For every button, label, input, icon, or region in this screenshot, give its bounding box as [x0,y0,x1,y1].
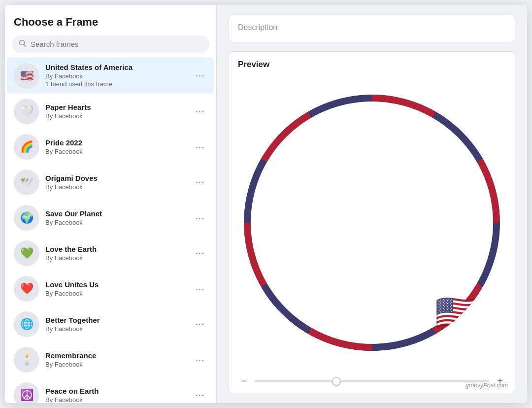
frame-thumb-paper-hearts: 🤍 [14,99,39,124]
frame-info-paper-hearts: Paper HeartsBy Facebook [45,102,193,120]
slider-thumb[interactable] [332,377,341,386]
frame-info-usa: United States of AmericaBy Facebook1 fri… [45,63,193,89]
preview-label: Preview [238,60,506,69]
frame-item-paper-hearts[interactable]: 🤍Paper HeartsBy Facebook··· [7,94,214,129]
frame-name-love-the-earth: Love the Earth [45,244,193,254]
frame-author-love-unites-us: By Facebook [45,290,193,298]
frame-thumb-remembrance: 🕯️ [14,347,39,373]
frame-thumb-love-the-earth: 💚 [14,240,39,266]
frame-info-remembrance: RemembranceBy Facebook [45,351,193,369]
frame-more-button-usa[interactable]: ··· [193,68,207,83]
frame-thumb-peace-on-earth: ☮️ [14,382,39,403]
right-panel: Description Preview [217,5,527,403]
frame-thumb-usa: 🇺🇸 [14,63,39,89]
slider-fill [255,380,337,382]
flag-emoji: 🇺🇸 [435,295,479,330]
frame-more-button-pride-2022[interactable]: ··· [193,140,207,154]
frame-name-remembrance: Remembrance [45,351,193,361]
frame-author-peace-on-earth: By Facebook [45,396,193,403]
left-panel: Choose a Frame 🇺🇸United States of Americ… [5,5,217,403]
search-bar[interactable] [12,35,209,53]
frame-author-usa: By Facebook [45,72,193,81]
frame-item-usa[interactable]: 🇺🇸United States of AmericaBy Facebook1 f… [7,58,214,94]
search-input[interactable] [31,40,202,48]
frame-name-paper-hearts: Paper Hearts [45,102,193,112]
frame-thumb-love-unites-us: ❤️ [14,276,39,302]
preview-circle: 15 🇺🇸 [244,95,500,351]
preview-section: Preview [229,51,515,393]
search-icon [19,39,27,49]
frame-item-love-the-earth[interactable]: 💚Love the EarthBy Facebook··· [7,236,214,271]
svg-rect-9 [350,201,394,215]
frame-more-button-peace-on-earth[interactable]: ··· [193,388,207,403]
frame-name-origami-doves: Origami Doves [45,173,193,183]
frames-list: 🇺🇸United States of AmericaBy Facebook1 f… [5,58,216,403]
frame-author-paper-hearts: By Facebook [45,112,193,121]
frame-name-save-our-planet: Save Our Planet [45,209,193,219]
panel-title: Choose a Frame [5,5,216,35]
frame-info-love-unites-us: Love Unites UsBy Facebook [45,280,193,298]
frame-info-origami-doves: Origami DovesBy Facebook [45,173,193,191]
frame-author-love-the-earth: By Facebook [45,254,193,263]
svg-line-1 [24,45,26,47]
frame-item-peace-on-earth[interactable]: ☮️Peace on EarthBy Facebook··· [7,377,214,403]
frame-more-button-love-the-earth[interactable]: ··· [193,246,207,261]
frame-name-pride-2022: Pride 2022 [45,138,193,148]
svg-text:15: 15 [365,252,389,276]
frame-info-better-together: Better TogetherBy Facebook [45,315,193,333]
frame-more-button-paper-hearts[interactable]: ··· [193,104,207,119]
frame-author-pride-2022: By Facebook [45,148,193,156]
frame-name-usa: United States of America [45,63,193,72]
frame-info-peace-on-earth: Peace on EarthBy Facebook [45,386,193,403]
frame-author-better-together: By Facebook [45,325,193,334]
frame-item-save-our-planet[interactable]: 🌍Save Our PlanetBy Facebook··· [7,200,214,236]
frame-author-remembrance: By Facebook [45,361,193,369]
frame-more-button-remembrance[interactable]: ··· [193,353,207,367]
description-placeholder: Description [238,23,277,32]
frame-used-usa: 1 friend used this frame [45,80,193,89]
description-box: Description [229,15,515,42]
frame-author-origami-doves: By Facebook [45,183,193,192]
preview-image-container: 15 🇺🇸 [238,76,506,369]
frame-name-better-together: Better Together [45,315,193,325]
frame-item-origami-doves[interactable]: 🕊️Origami DovesBy Facebook··· [7,165,214,200]
frame-info-save-our-planet: Save Our PlanetBy Facebook [45,209,193,227]
frame-item-love-unites-us[interactable]: ❤️Love Unites UsBy Facebook··· [7,271,214,306]
frame-more-button-love-unites-us[interactable]: ··· [193,282,207,296]
frame-thumb-save-our-planet: 🌍 [14,205,39,231]
frame-item-better-together[interactable]: 🌐Better TogetherBy Facebook··· [7,306,214,342]
slider-track[interactable] [255,380,489,382]
choose-frame-modal: Choose a Frame 🇺🇸United States of Americ… [5,5,527,403]
frame-info-love-the-earth: Love the EarthBy Facebook [45,244,193,262]
frame-item-pride-2022[interactable]: 🌈Pride 2022By Facebook··· [7,129,214,165]
frame-name-love-unites-us: Love Unites Us [45,280,193,290]
watermark: groovyPost.com [466,382,508,389]
frame-name-peace-on-earth: Peace on Earth [45,386,193,396]
zoom-out-button[interactable]: − [238,375,250,387]
frame-more-button-save-our-planet[interactable]: ··· [193,211,207,225]
frame-more-button-better-together[interactable]: ··· [193,317,207,332]
frame-more-button-origami-doves[interactable]: ··· [193,175,207,190]
frame-thumb-better-together: 🌐 [14,311,39,337]
frame-thumb-origami-doves: 🕊️ [14,170,39,195]
frame-item-remembrance[interactable]: 🕯️RemembranceBy Facebook··· [7,342,214,377]
frame-thumb-pride-2022: 🌈 [14,134,39,160]
frame-author-save-our-planet: By Facebook [45,219,193,227]
frame-info-pride-2022: Pride 2022By Facebook [45,138,193,156]
svg-rect-8 [367,154,373,198]
